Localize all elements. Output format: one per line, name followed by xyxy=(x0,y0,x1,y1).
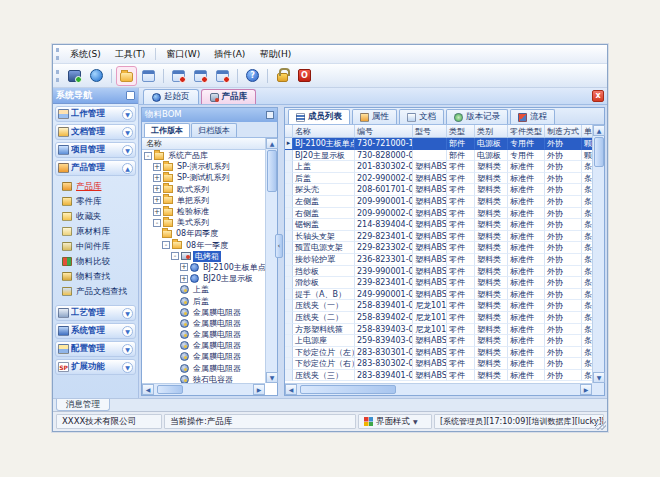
chevron-down-icon[interactable]: ▼ xyxy=(122,308,133,319)
sidebar-section-header-1[interactable]: 文档管理▼ xyxy=(55,124,136,140)
sidebar-section-header-5[interactable]: 系统管理▼ xyxy=(55,323,136,339)
sidebar-item[interactable]: 产品文档查找 xyxy=(55,284,136,299)
expand-icon[interactable]: + xyxy=(153,208,161,216)
globe-button[interactable] xyxy=(86,66,107,86)
sidebar-item[interactable]: 零件库 xyxy=(55,194,136,209)
tree-node[interactable]: +欧式系列 xyxy=(142,184,265,195)
menu-item-3[interactable]: 窗口(W) xyxy=(159,46,207,63)
scroll-down-icon[interactable]: ▼ xyxy=(593,372,605,383)
sidebar-item[interactable]: 物料比较 xyxy=(55,254,136,269)
table-row[interactable]: 上盖201-830302-00I塑料ABS零件塑料类标准件外协条 xyxy=(285,161,592,173)
menubar-grip[interactable] xyxy=(56,48,59,60)
help-button[interactable] xyxy=(242,66,263,86)
close-tab-button[interactable]: x xyxy=(592,90,604,102)
scroll-left-icon[interactable]: ◀ xyxy=(142,384,154,395)
tree-node[interactable]: +SP-演示机系列 xyxy=(142,161,265,172)
menu-item-5[interactable]: 帮助(H) xyxy=(252,46,298,63)
table-row[interactable]: 提手（A、B）249-990001-01I塑料ABS零件塑料类标准件外协条 xyxy=(285,289,592,301)
sidebar-section-header-7[interactable]: 扩展功能▼ xyxy=(55,359,136,375)
scroll-right-icon[interactable]: ▶ xyxy=(253,384,265,395)
sidebar-section-header-0[interactable]: 工作管理▼ xyxy=(55,106,136,122)
column-header[interactable]: 单位 xyxy=(582,125,592,138)
table-row[interactable]: 左侧盖209-990001-01I塑料ABS零件塑料类标准件外协条 xyxy=(285,196,592,208)
column-header[interactable]: 型号 xyxy=(413,125,447,138)
collapse-icon[interactable]: - xyxy=(153,219,161,227)
table-row[interactable]: 上电源座259-839403-00I塑料ABS零件塑料类标准件外协条 xyxy=(285,335,592,347)
sidebar-item[interactable]: 产品库 xyxy=(55,179,136,194)
folder-button[interactable] xyxy=(116,66,137,86)
monitor-button[interactable] xyxy=(64,66,85,86)
members-tab[interactable]: 流程 xyxy=(510,109,555,124)
chevron-up-icon[interactable]: ▲ xyxy=(122,163,133,174)
tree-node[interactable]: 08年四季度 xyxy=(142,228,265,239)
chevron-down-icon[interactable]: ▼ xyxy=(122,145,133,156)
sidebar-item[interactable]: 物料查找 xyxy=(55,269,136,284)
sidebar-item[interactable]: 收藏夹 xyxy=(55,209,136,224)
window-add-button[interactable] xyxy=(190,66,211,86)
sidebar-item[interactable]: 中间件库 xyxy=(55,239,136,254)
exit-button[interactable] xyxy=(294,66,315,86)
table-row[interactable]: 接纱轮护罩236-823301-00I塑料ABS零件塑料类标准件外协条 xyxy=(285,254,592,266)
scroll-down-icon[interactable]: ▼ xyxy=(266,372,278,383)
expand-icon[interactable]: + xyxy=(153,185,161,193)
menu-item-4[interactable]: 插件(A) xyxy=(207,46,252,63)
tree-hscroll-thumb[interactable] xyxy=(157,385,183,394)
table-row[interactable]: BJ20主显示板730-828000-04I部件电源板专用件外协颗 xyxy=(285,150,592,162)
menu-item-1[interactable]: 工具(T) xyxy=(108,46,153,63)
table-row[interactable]: 预置电源支架229-823302-00I塑料ABS零件塑料类标准件外协条 xyxy=(285,242,592,254)
sidebar-item[interactable]: 原材料库 xyxy=(55,224,136,239)
expand-icon[interactable]: + xyxy=(153,163,161,171)
chevron-down-icon[interactable]: ▼ xyxy=(122,362,133,373)
column-header[interactable]: 零件类型 xyxy=(508,125,545,138)
tree-node[interactable]: 金属膜电阻器 xyxy=(142,363,265,374)
chevron-down-icon[interactable]: ▼ xyxy=(122,344,133,355)
chevron-down-icon[interactable]: ▼ xyxy=(122,326,133,337)
tree-node[interactable]: 金属膜电阻器 xyxy=(142,329,265,340)
chevron-down-icon[interactable]: ▼ xyxy=(122,109,133,120)
collapse-icon[interactable]: - xyxy=(171,252,179,260)
tree-column-header[interactable]: 名称 xyxy=(142,138,265,150)
pin-icon[interactable] xyxy=(266,111,274,119)
table-row[interactable]: 下纱定位片（左）283-830301-00I塑料ABS零件塑料类标准件外协条 xyxy=(285,347,592,359)
table-row[interactable]: 探头壳208-601701-01I塑料ABS零件塑料类标准件外协条 xyxy=(285,184,592,196)
table-row[interactable]: 压线夹（二）258-839402-00I尼龙1010零件塑料类标准件外协条 xyxy=(285,312,592,324)
collapse-icon[interactable]: - xyxy=(144,152,152,160)
tree-node[interactable]: 金属膜电阻器 xyxy=(142,340,265,351)
toolbar-grip[interactable] xyxy=(56,70,59,82)
sidebar-section-header-2[interactable]: 项目管理▼ xyxy=(55,142,136,158)
doc-tab[interactable]: 产品库 xyxy=(201,89,257,104)
collapse-icon[interactable]: - xyxy=(162,241,170,249)
grid-vertical-scrollbar[interactable]: ▲ ▼ xyxy=(592,125,604,383)
mail-delete-button[interactable] xyxy=(168,66,189,86)
tree-horizontal-scrollbar[interactable]: ◀ ▶ xyxy=(142,383,265,395)
tree-node[interactable]: +BJ-2100主板单点 xyxy=(142,262,265,273)
table-row[interactable]: 压线夹（三）283-839401-00I塑料ABS零件塑料类标准件外协条 xyxy=(285,370,592,382)
layout-button[interactable] xyxy=(138,66,159,86)
collapse-splitter-button[interactable]: ‹ xyxy=(275,234,283,258)
tree-node[interactable]: +单把系列 xyxy=(142,195,265,206)
table-row[interactable]: ▸BJ-2100主板单点730-721000-12I部件电源板专用件外协颗 xyxy=(285,138,592,150)
table-row[interactable]: 后盖202-990002-01I塑料ABS零件塑料类标准件外协条 xyxy=(285,173,592,185)
tree-vertical-scrollbar[interactable]: ▲ ▼ xyxy=(265,138,277,383)
expand-icon[interactable]: + xyxy=(153,196,161,204)
tree-node[interactable]: -08年一季度 xyxy=(142,240,265,251)
window-delete-button[interactable] xyxy=(212,66,233,86)
splitter[interactable]: ‹ xyxy=(278,107,281,396)
resize-grip[interactable] xyxy=(595,419,606,430)
members-tab[interactable]: 成员列表 xyxy=(288,109,350,124)
column-header[interactable]: 类别 xyxy=(475,125,508,138)
expand-icon[interactable]: + xyxy=(153,174,161,182)
grid-hscroll-thumb[interactable] xyxy=(300,385,396,394)
table-row[interactable]: 下纱定位片（右）283-830302-00I塑料ABS零件塑料类标准件外协条 xyxy=(285,358,592,370)
table-row[interactable]: 挡纱板239-990001-01I塑料ABS零件塑料类标准件外协条 xyxy=(285,266,592,278)
column-header[interactable]: 编号 xyxy=(355,125,413,138)
column-header[interactable]: 类型 xyxy=(447,125,475,138)
members-tab[interactable]: 版本记录 xyxy=(446,109,508,124)
tree-node[interactable]: 金属膜电阻器 xyxy=(142,351,265,362)
tree-node[interactable]: +BJ20主显示板 xyxy=(142,273,265,284)
menu-item-0[interactable]: 系统(S) xyxy=(63,46,108,63)
tree-node[interactable]: 金属膜电阻器 xyxy=(142,318,265,329)
sidebar-section-header-4[interactable]: 工艺管理▼ xyxy=(55,305,136,321)
tree-node[interactable]: 上盖 xyxy=(142,284,265,295)
lock-button[interactable] xyxy=(272,66,293,86)
